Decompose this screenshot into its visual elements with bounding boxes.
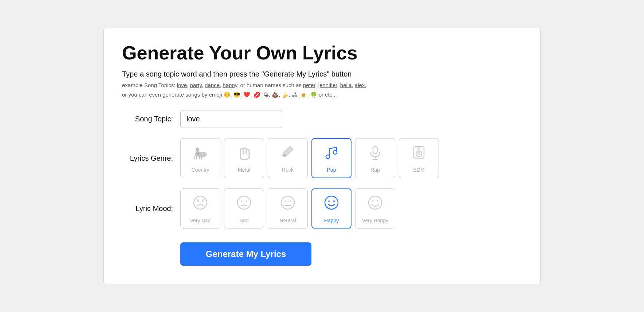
pop-label: Pop [327, 167, 336, 173]
very-sad-icon [192, 194, 209, 214]
pop-icon [323, 144, 340, 163]
svg-line-5 [196, 156, 197, 159]
form-section: Song Topic: Lyrics Genre: [122, 110, 522, 266]
main-card: Generate Your Own Lyrics Type a song top… [103, 28, 541, 284]
edm-icon [410, 144, 428, 163]
rock-icon [279, 144, 297, 163]
sad-label: Sad [240, 218, 249, 223]
genre-metal[interactable]: Metal [224, 138, 264, 178]
metal-icon [235, 144, 253, 163]
song-topic-input[interactable] [180, 110, 282, 128]
mood-very-sad[interactable]: Very Sad [180, 188, 220, 229]
country-icon [192, 144, 209, 163]
svg-point-32 [328, 200, 330, 202]
svg-point-31 [325, 196, 338, 209]
svg-point-10 [326, 155, 330, 159]
very-happy-icon [366, 194, 384, 214]
example-bella[interactable]: bella [340, 82, 352, 88]
svg-line-23 [202, 199, 204, 200]
mood-grid: Very Sad Sad [180, 188, 395, 229]
example-line: example Song Topics: love, party, dance,… [122, 81, 522, 99]
svg-point-35 [372, 200, 373, 202]
very-sad-label: Very Sad [190, 218, 211, 223]
example-love[interactable]: love [177, 82, 187, 88]
edm-label: EDM [413, 167, 424, 173]
svg-point-11 [333, 151, 337, 154]
mood-sad[interactable]: Sad [224, 188, 264, 229]
lyric-mood-label: Lyric Mood: [122, 204, 173, 213]
svg-point-17 [418, 153, 420, 155]
svg-point-25 [241, 200, 242, 202]
genre-rap[interactable]: Rap [355, 138, 395, 178]
svg-line-22 [197, 199, 199, 200]
page-title: Generate Your Own Lyrics [122, 43, 522, 63]
mood-neutral[interactable]: Neutral [268, 188, 308, 229]
example-dance[interactable]: dance [205, 82, 220, 88]
lyrics-genre-label: Lyrics Genre: [122, 154, 173, 163]
svg-point-24 [237, 196, 251, 209]
svg-point-34 [369, 196, 382, 209]
svg-line-7 [201, 156, 201, 159]
generate-lyrics-button[interactable]: Generate My Lyrics [180, 242, 311, 266]
rock-label: Rock [282, 167, 294, 173]
svg-point-18 [418, 148, 420, 150]
genre-country[interactable]: Country [180, 138, 220, 178]
sad-icon [235, 194, 253, 214]
svg-rect-12 [373, 147, 377, 154]
svg-point-36 [377, 200, 378, 202]
svg-rect-3 [196, 151, 199, 154]
svg-point-26 [246, 200, 247, 202]
example-peter[interactable]: peter [303, 82, 315, 88]
svg-point-27 [281, 196, 294, 209]
example-alex[interactable]: alex [355, 82, 365, 88]
subtitle: Type a song topic word and then press th… [122, 70, 522, 78]
svg-point-19 [194, 196, 207, 209]
metal-label: Metal [238, 167, 250, 173]
genre-rock[interactable]: Rock [268, 138, 308, 178]
example-party[interactable]: party [190, 82, 202, 88]
svg-point-33 [333, 200, 335, 202]
lyrics-genre-row: Lyrics Genre: [122, 138, 522, 178]
happy-label: Happy [324, 218, 339, 223]
song-topic-label: Song Topic: [122, 115, 173, 123]
example-happy[interactable]: happy [223, 82, 237, 88]
svg-line-6 [199, 156, 200, 159]
mood-very-happy[interactable]: Very Happy [355, 188, 395, 229]
song-topic-row: Song Topic: [122, 110, 522, 128]
generate-button-row: Generate My Lyrics [122, 239, 522, 266]
svg-point-2 [196, 148, 199, 151]
svg-point-16 [416, 151, 422, 157]
very-happy-label: Very Happy [362, 218, 388, 223]
svg-point-28 [284, 200, 286, 202]
mood-happy[interactable]: Happy [311, 188, 352, 229]
genre-pop[interactable]: Pop [311, 138, 352, 178]
example-jennifier[interactable]: jennifier [318, 82, 337, 88]
rap-label: Rap [370, 167, 380, 173]
genre-edm[interactable]: EDM [399, 138, 439, 178]
svg-point-9 [284, 154, 286, 156]
svg-point-29 [290, 200, 291, 202]
lyric-mood-row: Lyric Mood: Very Sad [122, 188, 522, 229]
rap-icon [366, 144, 384, 163]
happy-icon [323, 194, 340, 214]
svg-line-4 [195, 155, 195, 159]
neutral-label: Neutral [279, 218, 296, 223]
genre-grid: Country Metal [180, 138, 439, 178]
country-label: Country [191, 167, 209, 173]
neutral-icon [279, 194, 297, 214]
